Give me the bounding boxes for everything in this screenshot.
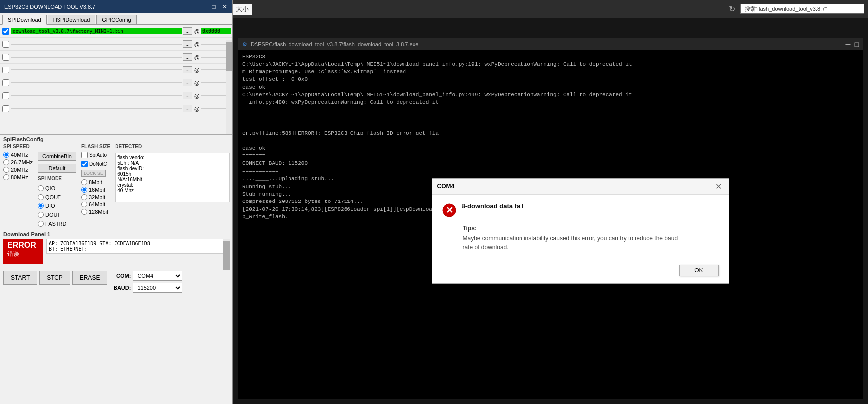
file-list-scrollbar[interactable] (226, 40, 232, 134)
tab-spidownload[interactable]: SPIDownload (2, 15, 47, 25)
tool-titlebar: ESP32C3 DOWNLOAD TOOL V3.8.7 ─ □ ✕ (0, 0, 232, 13)
file-checkbox-2[interactable] (2, 54, 9, 61)
flash-size-label: FLASH SIZE (81, 144, 110, 149)
bottom-controls: START STOP ERASE COM: COM4 COM1 COM2 COM… (0, 268, 232, 296)
combine-bin-button[interactable]: CombineBin (38, 152, 76, 161)
file-checkbox-3[interactable] (2, 67, 9, 73)
maximize-button[interactable]: □ (210, 3, 218, 11)
info-scrollbar[interactable] (223, 239, 230, 266)
svg-text:✕: ✕ (445, 205, 453, 215)
size-128mbit[interactable]: 128Mbit (81, 209, 110, 215)
dialog-title: COM4 (437, 183, 455, 190)
dialog-tips-title: Tips: (463, 225, 719, 232)
file-list-area: download_tool_v3.8.7\factory_MINI-1.bin … (0, 25, 232, 134)
file-row-3: ... @ (0, 64, 232, 76)
mode-fastrd[interactable]: FASTRD (38, 221, 76, 227)
action-buttons: START STOP ERASE (3, 271, 107, 285)
file-name-0: download_tool_v3.8.7\factory_MINI-1.bin (11, 28, 182, 34)
browser-window: ↻ 大小 ⚙ D:\ESPC\flash_download_tool_v3.8.… (233, 0, 868, 404)
file-browse-6[interactable]: ... (183, 105, 192, 112)
spi-area: download_tool_v3.8.7\factory_MINI-1.bin … (0, 25, 232, 404)
file-checkbox-4[interactable] (2, 79, 9, 86)
info-area: AP: 7CDFA1B6E1D9 STA: 7CDFA1B6E1D8 BT: E… (46, 239, 230, 254)
mode-qout[interactable]: QOUT (38, 194, 76, 200)
com-select[interactable]: COM4 COM1 COM2 COM3 (133, 271, 182, 281)
minimize-button[interactable]: ─ (199, 3, 207, 11)
dialog-body: ✕ 8-download data fail Tips: Maybe commu… (432, 195, 729, 260)
start-button[interactable]: START (3, 271, 37, 285)
file-checkbox-1[interactable] (2, 41, 9, 48)
file-browse-3[interactable]: ... (183, 66, 192, 73)
dialog-tips-text: Maybe communication instability caused t… (463, 234, 719, 252)
default-button[interactable]: Default (38, 164, 76, 173)
tab-hspidownload[interactable]: HSPIDownload (48, 15, 96, 24)
chinese-size-label: 大小 (233, 4, 252, 15)
erase-button[interactable]: ERASE (72, 271, 108, 285)
size-8mbit[interactable]: 8Mbit (81, 179, 110, 185)
file-checkbox-0[interactable] (2, 28, 9, 35)
dialog-ok-button[interactable]: OK (679, 265, 718, 276)
speed-40mhz[interactable]: 40MHz (3, 152, 33, 158)
dialog-close-button[interactable]: ✕ (713, 182, 724, 191)
at-label-6: @ (194, 106, 200, 112)
at-label-0: @ (194, 28, 200, 34)
tab-gpioconfig[interactable]: GPIOConfig (96, 15, 136, 24)
file-browse-2[interactable]: ... (183, 53, 192, 61)
file-browse-4[interactable]: ... (183, 79, 192, 86)
file-row-5: ... @ (0, 89, 232, 102)
file-name-6 (11, 108, 182, 109)
panel-title: Download Panel 1 (3, 231, 230, 237)
size-32mbit[interactable]: 32Mbit (81, 194, 110, 200)
flash-size-col: FLASH SIZE SpiAuto DoNotC LOCK SE 8Mbit … (81, 144, 110, 215)
file-checkbox-6[interactable] (2, 105, 9, 112)
file-row-0: download_tool_v3.8.7\factory_MINI-1.bin … (0, 25, 232, 38)
dialog-footer: OK (432, 260, 729, 283)
mode-dio[interactable]: DIO (38, 203, 76, 209)
spi-auto-check[interactable]: SpiAuto (81, 152, 107, 158)
combine-default-col: CombineBin Default SPI MODE QIO QOUT DIO… (38, 152, 76, 227)
size-16mbit[interactable]: 16Mbit (81, 187, 110, 193)
crystal-label: crystal: (117, 182, 227, 188)
close-button[interactable]: ✕ (221, 3, 229, 11)
dialog-error-icon: ✕ (442, 203, 456, 220)
file-checkbox-5[interactable] (2, 92, 9, 99)
size-64mbit[interactable]: 64Mbit (81, 202, 110, 207)
spi-flash-config: SpiFlashConfig SPI SPEED 40MHz 26.7MHz 2… (0, 134, 232, 229)
mode-dout[interactable]: DOUT (38, 212, 76, 218)
error-sub-label: 错误 (7, 250, 19, 258)
flash-vendor-label: flash vendo: (117, 155, 227, 160)
com-label: COM: (113, 273, 131, 279)
crystal-val: 40 Mhz (117, 188, 227, 193)
spi-flash-title: SpiFlashConfig (3, 136, 230, 142)
speed-267mhz[interactable]: 26.7MHz (3, 159, 33, 165)
spi-mode-label: SPI MODE (38, 176, 76, 181)
file-row-4: ... @ (0, 76, 232, 89)
baud-row: BAUD: 115200 9600 57600 230400 460800 92… (113, 283, 182, 293)
at-label-2: @ (194, 54, 200, 60)
file-list-scrollthumb[interactable] (226, 42, 232, 71)
flash-devid-val: 6015h (117, 171, 227, 177)
do-not-chg-check[interactable]: DoNotC (81, 161, 107, 167)
error-status-box: ERROR 错误 (3, 239, 43, 264)
file-name-2 (11, 57, 182, 58)
file-row-1: ... @ (0, 38, 232, 51)
speed-80mhz[interactable]: 80MHz (3, 174, 33, 180)
file-browse-0[interactable]: ... (183, 27, 192, 35)
browser-search-input[interactable] (740, 4, 864, 14)
browser-refresh-button[interactable]: ↻ (727, 3, 737, 15)
file-browse-1[interactable]: ... (183, 40, 192, 48)
speed-20mhz[interactable]: 20MHz (3, 167, 33, 173)
dialog-tips: Tips: Maybe communication instability ca… (442, 225, 719, 252)
detected-box: flash vendo: 5Eh : N/A flash devID: 6015… (115, 153, 230, 202)
lock-se-button[interactable]: LOCK SE (81, 170, 106, 177)
info-scrollthumb[interactable] (223, 241, 230, 270)
file-browse-5[interactable]: ... (183, 92, 192, 99)
mode-qio[interactable]: QIO (38, 185, 76, 191)
addr-box-0: 0x0000 (201, 28, 231, 34)
baud-select[interactable]: 115200 9600 57600 230400 460800 921600 (133, 283, 182, 293)
file-name-1 (11, 44, 182, 45)
flash-size-detected: N/A:16Mbit (117, 177, 227, 182)
stop-button[interactable]: STOP (39, 271, 70, 285)
file-name-4 (11, 82, 182, 83)
dialog-main-row: ✕ 8-download data fail (442, 202, 719, 220)
